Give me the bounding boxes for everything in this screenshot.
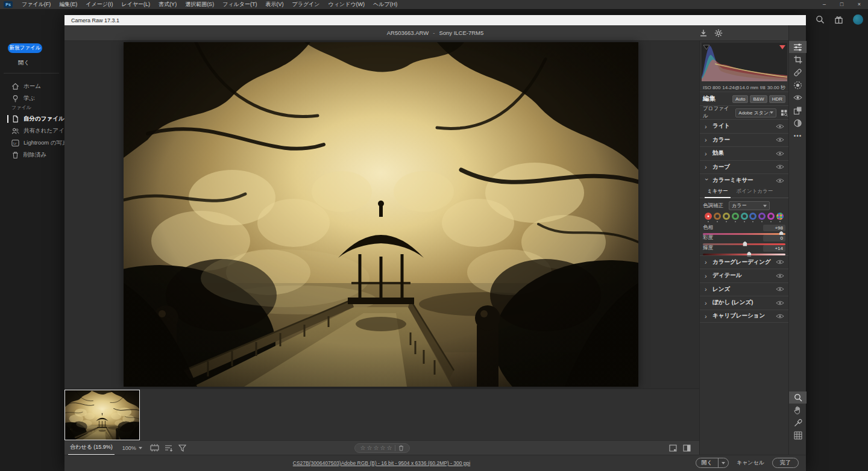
star-icon[interactable]: ☆ <box>360 444 366 452</box>
tool-white-balance[interactable] <box>789 417 807 429</box>
panel-section-calibration[interactable]: › キャリブレーション <box>700 310 788 323</box>
new-file-button[interactable]: 新規ファイル <box>8 43 42 53</box>
visibility-eye-icon[interactable] <box>776 313 784 319</box>
menu-select[interactable]: 選択範囲(S) <box>181 0 218 9</box>
tab-mixer[interactable]: ミキサー <box>707 188 728 198</box>
tool-red-eye[interactable] <box>789 92 807 104</box>
sort-order-icon[interactable] <box>165 444 173 452</box>
tool-more-options[interactable]: ••• <box>789 129 807 142</box>
menu-layer[interactable]: レイヤー(L) <box>117 0 154 9</box>
menu-view[interactable]: 表示(V) <box>261 0 288 9</box>
search-icon[interactable] <box>816 15 825 24</box>
star-icon[interactable]: ☆ <box>374 444 379 452</box>
star-icon[interactable]: ☆ <box>367 444 373 452</box>
hue-value[interactable]: +98 <box>763 225 785 231</box>
mixer-swatch-aqua[interactable] <box>741 213 748 220</box>
user-avatar[interactable] <box>853 14 863 25</box>
mixer-swatch-point-color[interactable] <box>776 213 784 220</box>
menu-image[interactable]: イメージ(I) <box>81 0 117 9</box>
panel-section-lens-blur[interactable]: › ぼかし (レンズ) <box>700 296 788 310</box>
panel-section-color[interactable]: › カラー <box>700 133 788 147</box>
open-button[interactable]: 開く <box>18 59 30 67</box>
open-image-split-button[interactable]: 開く <box>696 458 729 468</box>
adjust-dropdown[interactable]: カラー <box>729 201 770 210</box>
menu-window[interactable]: ウィンドウ(W) <box>324 0 370 9</box>
open-image-button[interactable]: 開く <box>696 459 718 467</box>
window-minimize-button[interactable]: – <box>816 0 833 9</box>
hdr-button[interactable]: HDR <box>769 95 785 103</box>
tool-hand[interactable] <box>789 404 807 416</box>
panel-section-light[interactable]: › ライト <box>700 119 788 133</box>
luminance-value[interactable]: +14 <box>763 245 785 252</box>
menu-help[interactable]: ヘルプ(H) <box>369 0 401 9</box>
visibility-eye-icon[interactable] <box>776 300 784 305</box>
reject-trash-icon[interactable] <box>398 445 404 451</box>
visibility-eye-icon[interactable] <box>776 260 784 265</box>
sidebar-item-home[interactable]: ホーム <box>0 80 64 92</box>
sidebar-item-deleted[interactable]: 削除済み <box>0 149 64 161</box>
panel-section-color-grading[interactable]: › カラーグレーディング <box>700 255 788 269</box>
save-image-icon[interactable] <box>699 29 708 37</box>
profile-browser-icon[interactable] <box>781 109 788 117</box>
visibility-eye-icon[interactable] <box>776 137 784 143</box>
cancel-button[interactable]: キャンセル <box>737 459 764 467</box>
fit-zoom-button[interactable]: 合わせる (15.9%) <box>68 441 115 455</box>
mixer-swatch-blue[interactable] <box>749 213 756 220</box>
star-icon[interactable]: ☆ <box>386 444 392 452</box>
tab-point-color[interactable]: ポイントカラー <box>737 188 773 198</box>
star-icon[interactable]: ☆ <box>380 444 385 452</box>
sidebar-item-learn[interactable]: 学ぶ <box>0 92 64 104</box>
saturation-value[interactable]: 0 <box>763 235 785 242</box>
profile-dropdown[interactable]: Adobe スタンダ... <box>735 108 776 117</box>
auto-button[interactable]: Auto <box>732 95 748 103</box>
mixer-swatch-yellow[interactable] <box>723 213 730 220</box>
menu-plugins[interactable]: プラグイン <box>288 0 324 9</box>
done-button[interactable]: 完了 <box>772 458 799 468</box>
tool-edit[interactable] <box>789 41 807 53</box>
panel-section-effects[interactable]: › 効果 <box>700 146 788 160</box>
tool-zoom[interactable] <box>789 391 807 404</box>
tool-grid-overlay[interactable] <box>789 429 807 441</box>
menu-file[interactable]: ファイル(F) <box>17 0 55 9</box>
sidebar-item-shared[interactable]: 共有されたアイテム <box>0 125 64 137</box>
mixer-swatch-green[interactable] <box>732 213 739 220</box>
filmstrip-toggle-icon[interactable] <box>150 444 159 452</box>
panel-section-lens[interactable]: › レンズ <box>700 282 788 296</box>
mixer-swatch-orange[interactable] <box>714 213 721 220</box>
before-after-view-icon[interactable] <box>683 444 691 452</box>
sidebar-item-lightroom[interactable]: Lr Lightroom の写真 <box>0 137 64 149</box>
visibility-eye-icon[interactable] <box>776 123 784 129</box>
menu-filter[interactable]: フィルター(T) <box>218 0 261 9</box>
filter-icon[interactable] <box>178 444 186 452</box>
bw-button[interactable]: B&W <box>750 95 767 103</box>
visibility-eye-icon[interactable] <box>776 287 784 292</box>
open-options-chevron[interactable] <box>719 462 728 464</box>
preferences-gear-icon[interactable] <box>714 29 723 37</box>
panel-section-color-mixer[interactable]: › カラーミキサー <box>700 173 788 187</box>
visibility-eye-icon[interactable] <box>776 273 784 278</box>
menu-edit[interactable]: 編集(E) <box>55 0 81 9</box>
mixer-swatch-purple[interactable] <box>758 213 766 220</box>
whats-new-gift-icon[interactable] <box>834 15 843 24</box>
visibility-eye-icon[interactable] <box>776 178 784 183</box>
photo-canvas[interactable] <box>124 42 638 387</box>
zoom-level-dropdown[interactable]: 100% <box>121 445 144 451</box>
visibility-eye-icon[interactable] <box>776 164 784 170</box>
tool-snapshots[interactable] <box>789 117 807 129</box>
mixer-swatch-red[interactable] <box>705 213 712 220</box>
tool-crop[interactable] <box>789 54 807 66</box>
window-maximize-button[interactable]: □ <box>833 0 851 9</box>
menu-type[interactable]: 書式(Y) <box>154 0 181 9</box>
workflow-settings-link[interactable]: CS27B(3006407503)Adobe RGB (B) - 16 bit … <box>293 460 470 466</box>
sidebar-item-my-files[interactable]: 自分のファイル <box>0 113 64 125</box>
dialog-titlebar[interactable]: Camera Raw 17.3.1 <box>64 15 806 25</box>
filmstrip-thumbnail-selected[interactable] <box>64 390 140 440</box>
mixer-swatch-magenta[interactable] <box>767 213 775 220</box>
visibility-eye-icon[interactable] <box>776 151 784 156</box>
tool-presets[interactable] <box>789 104 807 116</box>
panel-section-detail[interactable]: › ディテール <box>700 269 788 282</box>
window-close-button[interactable]: × <box>851 0 868 9</box>
histogram[interactable] <box>700 41 788 83</box>
panel-section-curve[interactable]: › カーブ <box>700 160 788 174</box>
tool-healing[interactable] <box>789 66 807 78</box>
